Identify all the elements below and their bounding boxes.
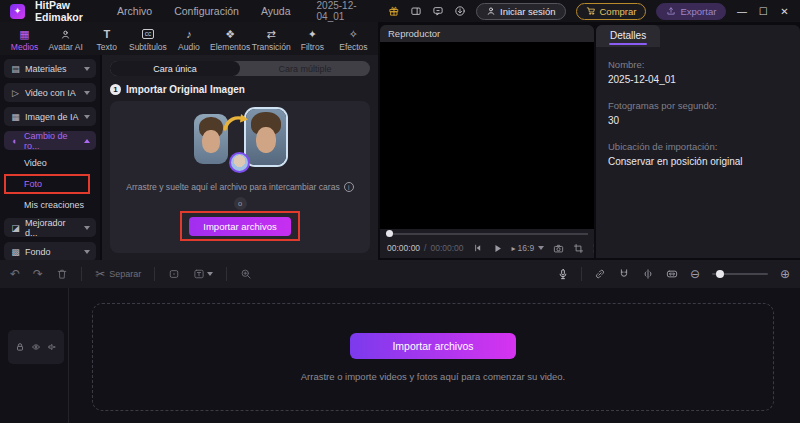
timeline-hint: Arrastre o importe videos y fotos aquí p… (301, 371, 566, 382)
seek-bar[interactable] (386, 229, 588, 238)
tab-medios[interactable]: ▦ Medios (4, 24, 45, 55)
swap-arrow-icon (221, 110, 251, 132)
sidebar-item-materiales[interactable]: ▤ Materiales (4, 59, 96, 78)
filters-icon: ✦ (308, 28, 317, 41)
aspect-ratio-select[interactable]: ▸ 16:9 (512, 243, 545, 253)
zoom-in-icon[interactable]: ⊕ (780, 268, 790, 280)
sidebar-item-cambio-de-rostro[interactable]: ◐ Cambio de ro... (4, 131, 96, 150)
split-view-icon[interactable] (642, 268, 654, 280)
details-panel: Detalles Nombre: 2025-12-04_01 Fotograma… (596, 25, 800, 258)
face-swap-panel: Cara única Cara múltiple 1 Importar Orig… (102, 55, 378, 286)
login-button[interactable]: Iniciar sesión (476, 3, 565, 20)
buy-button[interactable]: Comprar (576, 3, 647, 20)
detail-field: Fotogramas por segundo: 30 (608, 100, 788, 126)
sidebar-subitem-mis-creaciones[interactable]: Mis creaciones (4, 197, 96, 213)
microphone-icon[interactable] (557, 268, 569, 280)
menu-archivo[interactable]: Archivo (111, 5, 158, 17)
tab-efectos[interactable]: ✧ Efectos (333, 24, 374, 55)
mute-track-icon[interactable] (47, 342, 57, 352)
sidebar-item-fondo[interactable]: ▩ Fondo (4, 242, 96, 261)
close-button[interactable]: ✕ (779, 6, 790, 17)
login-label: Iniciar sesión (500, 6, 555, 17)
timeline-area[interactable]: Importar archivos Arrastre o importe vid… (0, 288, 800, 423)
info-icon[interactable]: i (344, 182, 354, 192)
face-swap-illustration (194, 109, 286, 171)
zoom-out-icon[interactable]: ⊖ (690, 268, 700, 280)
text-tool-button[interactable] (193, 268, 213, 280)
transition-icon: ⇄ (267, 28, 276, 41)
chevron-down-icon (84, 91, 90, 95)
seek-knob[interactable] (386, 230, 393, 237)
tab-texto[interactable]: T Texto (86, 24, 127, 55)
sidebar-subitem-video[interactable]: Video (4, 155, 96, 171)
chevron-down-icon (538, 246, 544, 250)
tab-filtros[interactable]: ✦ Filtros (292, 24, 333, 55)
feedback-icon[interactable] (432, 3, 444, 20)
export-label: Exportar (680, 6, 716, 17)
zoom-slider-knob[interactable] (716, 270, 724, 278)
current-time: 00:00:00 (387, 243, 420, 253)
lock-track-icon[interactable] (15, 342, 25, 352)
play-icon[interactable] (492, 243, 503, 254)
player-controls: 00:00:00 / 00:00:00 ▸ 16:9 (380, 238, 594, 258)
step-title: Importar Original Imagen (126, 84, 245, 95)
tab-elementos[interactable]: ❖ Elementos (210, 24, 251, 55)
chevron-down-icon (207, 272, 213, 276)
previous-frame-icon[interactable] (473, 243, 483, 253)
sidebar-item-video-con-ia[interactable]: ▷ Video con IA (4, 83, 96, 102)
menu-ayuda[interactable]: Ayuda (255, 5, 297, 17)
maximize-button[interactable]: ☐ (758, 6, 769, 17)
snapshot-icon[interactable] (553, 243, 564, 254)
undo-icon[interactable]: ↶ (10, 268, 20, 280)
tab-cara-multiple[interactable]: Cara múltiple (240, 61, 370, 76)
minimize-button[interactable]: — (736, 6, 747, 17)
tab-avatar-ai[interactable]: Avatar AI (45, 24, 86, 55)
workspace: ▦ Medios Avatar AI T Texto cc Subtítulos (0, 22, 800, 258)
audio-icon: ♪ (186, 28, 192, 41)
gift-icon[interactable] (388, 3, 400, 20)
tab-cara-unica[interactable]: Cara única (110, 61, 240, 76)
medios-icon: ▦ (19, 28, 29, 41)
download-update-icon[interactable] (454, 3, 466, 20)
fullscreen-icon[interactable] (593, 243, 594, 254)
crop-icon[interactable] (573, 243, 584, 254)
sidebar-subitem-foto[interactable]: Foto (4, 176, 96, 192)
split-button[interactable]: ✂ Separar (95, 268, 141, 280)
menu-configuracion[interactable]: Configuración (168, 5, 245, 17)
fit-timeline-icon[interactable] (666, 268, 678, 280)
panels-icon[interactable] (410, 3, 422, 20)
timeline-drop-zone[interactable]: Importar archivos Arrastre o importe vid… (92, 303, 774, 411)
tab-detalles[interactable]: Detalles (596, 25, 660, 47)
fps-value: 30 (608, 115, 788, 126)
tab-audio[interactable]: ♪ Audio (168, 24, 209, 55)
sticker-icon[interactable] (168, 268, 180, 280)
proportion-icon: ▸ (512, 244, 516, 253)
timeline-import-button[interactable]: Importar archivos (350, 333, 515, 359)
project-name: 2025-12-04_01 (317, 0, 365, 22)
magnet-snap-icon[interactable] (618, 268, 630, 280)
step-number: 1 (110, 84, 121, 95)
export-button[interactable]: Exportar (656, 3, 726, 20)
delete-icon[interactable] (56, 268, 68, 280)
link-clips-icon[interactable] (594, 268, 606, 280)
timeline-zoom-slider[interactable] (712, 270, 768, 278)
sidebar-item-imagen-de-ia[interactable]: ▦ Imagen de IA (4, 107, 96, 126)
elements-icon: ❖ (225, 28, 235, 41)
tab-transicion[interactable]: ⇄ Transición (251, 24, 292, 55)
result-face-image (246, 109, 286, 165)
redo-icon[interactable]: ↷ (33, 268, 43, 280)
image-drop-area[interactable]: Arrastre y suelte aquí el archivo para i… (110, 101, 370, 253)
total-time: 00:00:00 (430, 243, 463, 253)
magnifier-plus-icon[interactable] (240, 268, 252, 280)
titlebar: ✦ HitPaw Edimakor Archivo Configuración … (0, 0, 800, 22)
or-separator: o (234, 197, 247, 210)
tab-subtitulos[interactable]: cc Subtítulos (127, 24, 168, 55)
hide-track-icon[interactable] (31, 342, 41, 352)
import-files-button[interactable]: Importar archivos (189, 217, 290, 236)
sidebar-item-mejorador[interactable]: ◪ Mejorador d... (4, 218, 96, 237)
image-ai-icon: ▦ (10, 112, 21, 122)
detail-field: Ubicación de importación: Conservar en p… (608, 141, 788, 167)
chevron-down-icon (84, 250, 90, 254)
video-preview (380, 42, 594, 229)
video-ai-icon: ▷ (10, 88, 21, 98)
